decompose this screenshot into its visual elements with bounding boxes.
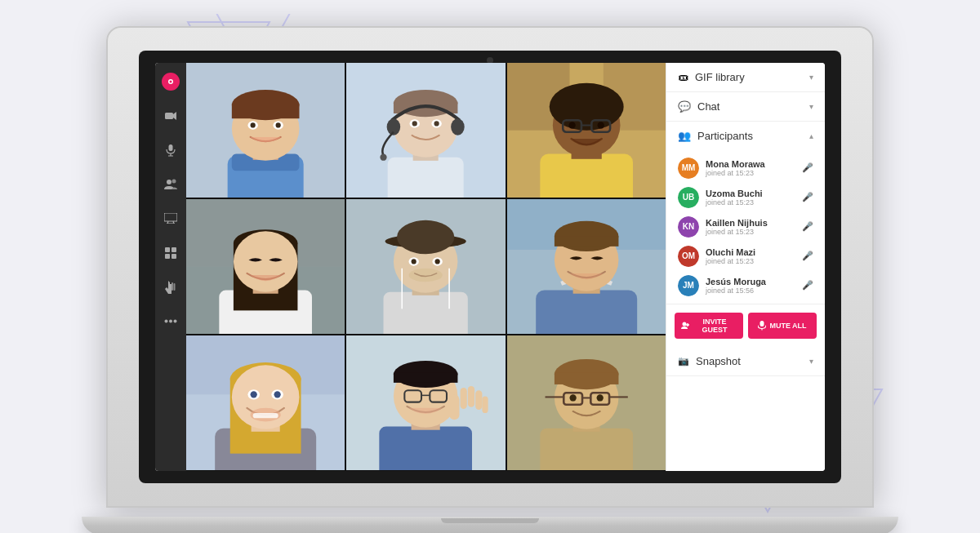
people-sidebar-icon[interactable] <box>162 175 180 193</box>
participants-chevron-icon: ▴ <box>809 131 813 140</box>
svg-point-41 <box>251 122 256 127</box>
svg-rect-44 <box>388 157 464 198</box>
svg-point-135 <box>683 322 687 326</box>
svg-point-29 <box>165 320 168 323</box>
svg-rect-94 <box>555 236 619 246</box>
avatar-circle: OM <box>678 246 699 267</box>
svg-rect-28 <box>174 283 176 291</box>
chat-header[interactable]: 💬 Chat ▾ <box>666 92 825 121</box>
snapshot-chevron-icon: ▾ <box>809 357 813 366</box>
svg-point-30 <box>169 320 172 323</box>
screen-content: 🎟 GIF library ▾ 💬 Chat <box>155 63 825 471</box>
participant-name: Mona Morawa <box>706 159 795 169</box>
svg-rect-119 <box>468 386 474 407</box>
laptop-base <box>82 517 898 534</box>
left-sidebar <box>155 63 186 471</box>
svg-rect-59 <box>540 153 633 198</box>
action-buttons: INVITE GUEST MUTE ALL <box>666 304 825 347</box>
participant-info: Mona Morawa joined at 15:23 <box>706 159 795 177</box>
svg-point-62 <box>549 82 623 130</box>
snapshot-label: Snapshot <box>696 355 741 367</box>
svg-point-133 <box>569 394 576 401</box>
chat-section: 💬 Chat ▾ <box>666 92 825 122</box>
participant-avatar: KN <box>678 216 699 238</box>
svg-rect-117 <box>449 394 459 420</box>
participant-time: joined at 15:23 <box>706 169 795 177</box>
svg-point-17 <box>167 180 172 184</box>
svg-rect-24 <box>172 247 176 252</box>
participants-section: 👥 Participants ▴ MM <box>666 122 825 304</box>
svg-point-55 <box>434 121 439 126</box>
gif-library-section: 🎟 GIF library ▾ <box>666 63 825 92</box>
participant-item: MM Mona Morawa joined at 15:23 🎤 <box>666 153 825 183</box>
participant-avatar: JM <box>678 275 699 296</box>
avatar-circle: KN <box>678 216 699 238</box>
svg-point-80 <box>397 220 454 254</box>
svg-rect-121 <box>483 397 488 414</box>
participant-item: JM Jesús Moruga joined at 15:56 🎤 <box>666 271 825 300</box>
svg-rect-23 <box>165 247 170 252</box>
svg-point-11 <box>170 80 172 82</box>
layout-sidebar-icon[interactable] <box>162 244 180 262</box>
chat-chevron-icon: ▾ <box>809 102 813 111</box>
gif-icon: 🎟 <box>678 71 688 83</box>
participant-item: OM Oluchi Mazi joined at 15:23 🎤 <box>666 242 825 271</box>
participant-name: Kaillen Nijhuis <box>706 218 795 228</box>
svg-rect-27 <box>172 282 173 291</box>
snapshot-camera-icon: 📷 <box>678 356 689 366</box>
participant-item: KN Kaillen Nijhuis joined at 15:23 🎤 <box>666 212 825 242</box>
svg-point-42 <box>276 122 281 127</box>
svg-point-50 <box>451 118 465 135</box>
participant-name: Jesús Moruga <box>706 277 795 286</box>
svg-rect-38 <box>232 103 300 118</box>
avatar-circle: JM <box>678 275 699 296</box>
svg-point-74 <box>234 231 298 291</box>
snapshot-header[interactable]: 📷 Snapshot ▾ <box>666 347 825 375</box>
participant-info: Oluchi Mazi joined at 15:23 <box>706 247 795 265</box>
participant-name: Uzoma Buchi <box>706 189 795 198</box>
svg-rect-118 <box>461 388 467 409</box>
svg-point-85 <box>412 259 416 264</box>
right-panel: 🎟 GIF library ▾ 💬 Chat <box>666 63 825 471</box>
reaction-sidebar-icon[interactable] <box>162 278 180 296</box>
svg-rect-90 <box>536 290 637 334</box>
svg-rect-109 <box>380 427 473 471</box>
gif-library-header[interactable]: 🎟 GIF library ▾ <box>666 63 825 91</box>
more-sidebar-icon[interactable] <box>162 313 180 331</box>
svg-point-134 <box>596 394 603 401</box>
laptop-wrapper: 🎟 GIF library ▾ 💬 Chat <box>82 14 898 520</box>
svg-marker-13 <box>173 112 176 120</box>
invite-guest-button[interactable]: INVITE GUEST <box>675 313 743 339</box>
svg-point-105 <box>274 391 280 398</box>
participants-header[interactable]: 👥 Participants ▴ <box>666 122 825 150</box>
svg-rect-123 <box>540 429 633 471</box>
participants-list: MM Mona Morawa joined at 15:23 🎤 <box>666 150 825 304</box>
camera-sidebar-icon[interactable] <box>162 107 180 125</box>
svg-point-67 <box>597 122 604 128</box>
avatar-circle: UB <box>678 187 699 208</box>
svg-point-66 <box>568 122 575 128</box>
mute-all-button[interactable]: MUTE ALL <box>748 313 817 339</box>
snapshot-header-left: 📷 Snapshot <box>678 355 741 367</box>
video-cell-4 <box>186 199 345 334</box>
screen-sidebar-icon[interactable] <box>162 210 180 228</box>
screen-bezel: 🎟 GIF library ▾ 💬 Chat <box>139 51 841 483</box>
participant-info: Jesús Moruga joined at 15:56 <box>706 277 795 295</box>
svg-rect-14 <box>169 144 173 151</box>
participant-time: joined at 15:23 <box>706 257 795 265</box>
participant-time: joined at 15:56 <box>706 286 795 295</box>
svg-rect-132 <box>555 373 619 384</box>
svg-point-86 <box>435 259 440 264</box>
video-cell-6 <box>507 199 666 334</box>
video-cell-5 <box>346 199 505 334</box>
svg-rect-116 <box>394 373 458 383</box>
video-cell-3 <box>507 63 666 198</box>
avatar-circle: MM <box>678 158 699 179</box>
mic-sidebar-icon[interactable] <box>162 141 180 159</box>
participant-info: Uzoma Buchi joined at 15:23 <box>706 189 795 207</box>
svg-rect-120 <box>475 390 482 410</box>
svg-rect-12 <box>165 113 173 119</box>
gif-chevron-icon: ▾ <box>809 73 813 82</box>
video-cell-8 <box>346 335 505 470</box>
participants-header-left: 👥 Participants <box>678 130 753 142</box>
